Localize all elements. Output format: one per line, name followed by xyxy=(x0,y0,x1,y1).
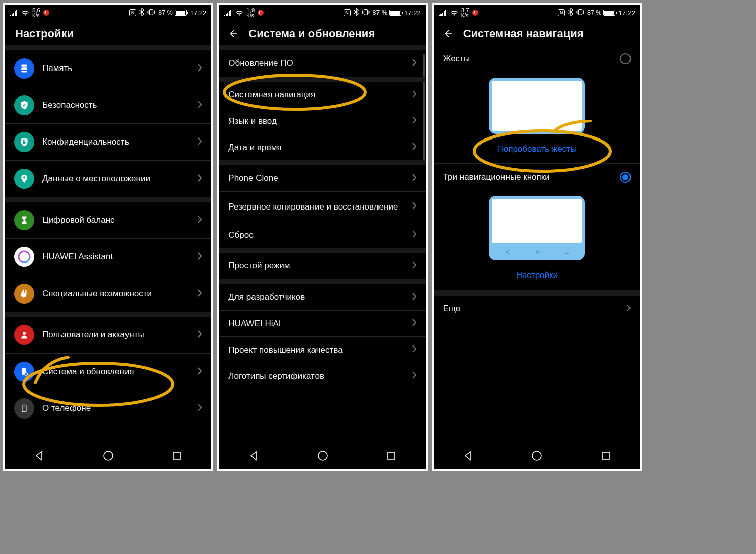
svg-rect-1 xyxy=(21,65,27,67)
nav-recents-button[interactable] xyxy=(599,449,612,462)
wifi-icon xyxy=(235,10,243,16)
row-label: Конфиденциальность xyxy=(42,137,190,147)
row-simple-mode[interactable]: Простой режим xyxy=(219,253,425,279)
net-speed: 1,9K/s xyxy=(246,8,255,18)
notif-dot-icon xyxy=(472,10,478,16)
svg-point-5 xyxy=(23,176,25,178)
chevron-right-icon xyxy=(412,230,417,240)
row-label: Логотипы сертификатов xyxy=(228,371,404,381)
row-software-update[interactable]: Обновление ПО xyxy=(219,50,425,77)
svg-rect-4 xyxy=(23,141,26,144)
nav-home-button[interactable] xyxy=(102,449,115,462)
svg-rect-21 xyxy=(578,9,582,15)
chevron-right-icon xyxy=(412,371,417,381)
clock: 17:22 xyxy=(618,9,635,17)
chevron-right-icon xyxy=(198,367,202,377)
svg-point-23 xyxy=(532,451,541,460)
group-dev: Для разработчиков HUAWEI HiAI Проект пов… xyxy=(219,279,425,389)
settings-link[interactable]: Настройки xyxy=(516,270,558,280)
back-button[interactable] xyxy=(228,28,239,39)
nav-back-button[interactable] xyxy=(462,449,475,462)
row-label: Специальные возможности xyxy=(42,289,190,299)
mock-back-icon: ◁ xyxy=(505,248,510,255)
row-label: Система и обновления xyxy=(42,367,190,377)
nav-recents-button[interactable] xyxy=(385,449,398,462)
status-bar: 1,9K/s N 87 % 17:22 xyxy=(219,5,425,20)
nav-back-button[interactable] xyxy=(247,449,261,462)
nav-recents-button[interactable] xyxy=(170,449,183,462)
row-digital-balance[interactable]: Цифровой баланс xyxy=(5,202,211,238)
svg-point-11 xyxy=(26,374,27,375)
row-label: Цифровой баланс xyxy=(42,215,190,225)
row-security[interactable]: Безопасность xyxy=(5,87,211,123)
row-backup-restore[interactable]: Резервное копирование и восстановление xyxy=(219,191,425,222)
clock: 17:22 xyxy=(190,9,207,17)
row-cert-logos[interactable]: Логотипы сертификатов xyxy=(219,363,425,389)
page-title: Системная навигация xyxy=(463,27,584,40)
status-bar: 5,6K/s N 87 % 17:22 xyxy=(5,5,211,20)
cell-signal-icon xyxy=(224,10,232,16)
section-gap xyxy=(434,290,640,296)
radio-three-buttons[interactable] xyxy=(620,172,631,183)
vibrate-icon xyxy=(147,9,155,17)
option-three-row[interactable]: Три навигационные кнопки xyxy=(434,164,640,191)
screenshot-system-updates: 1,9K/s N 87 % 17:22 Система и обновления… xyxy=(217,3,427,471)
row-hiai[interactable]: HUAWEI HiAI xyxy=(219,310,425,336)
row-label: Пользователи и аккаунты xyxy=(42,330,190,340)
net-speed: 3,7K/s xyxy=(461,8,469,18)
chevron-right-icon xyxy=(198,330,202,340)
chevron-right-icon xyxy=(412,90,417,100)
try-gestures-link[interactable]: Попробовать жесты xyxy=(497,144,577,154)
chevron-right-icon xyxy=(412,116,417,126)
row-storage[interactable]: Память xyxy=(5,50,211,87)
option-gestures: Жесты Попробовать жесты xyxy=(434,45,640,163)
svg-rect-16 xyxy=(173,452,180,459)
svg-rect-0 xyxy=(150,9,153,15)
battery-indicator: 87 % xyxy=(158,9,187,16)
row-developer[interactable]: Для разработчиков xyxy=(219,284,425,310)
radio-gestures[interactable] xyxy=(620,53,631,64)
row-system-updates[interactable]: Система и обновления xyxy=(5,353,211,390)
nav-home-button[interactable] xyxy=(316,449,329,462)
row-label: Резервное копирование и восстановление xyxy=(228,202,404,212)
row-quality-project[interactable]: Проект повышения качества xyxy=(219,336,425,363)
chevron-right-icon xyxy=(198,252,202,262)
svg-point-15 xyxy=(104,451,113,460)
row-privacy[interactable]: Конфиденциальность xyxy=(5,123,211,160)
phone-gear-icon xyxy=(14,362,34,382)
row-label: Обновление ПО xyxy=(228,58,404,68)
row-reset[interactable]: Сброс xyxy=(219,222,425,248)
row-label: Системная навигация xyxy=(228,90,404,100)
pin-icon xyxy=(14,169,34,189)
nav-home-button[interactable] xyxy=(530,449,543,462)
row-label: Данные о местоположении xyxy=(42,174,190,184)
navbar xyxy=(434,442,640,469)
row-huawei-assistant[interactable]: HUAWEI Assistant xyxy=(5,238,211,275)
chevron-right-icon xyxy=(198,137,202,147)
chevron-right-icon xyxy=(412,202,417,212)
back-button[interactable] xyxy=(443,28,454,39)
chevron-right-icon xyxy=(412,59,417,68)
row-label: О телефоне xyxy=(42,403,190,413)
row-users-accounts[interactable]: Пользователи и аккаунты xyxy=(5,317,211,353)
navbar xyxy=(219,442,425,469)
group-wellbeing: Цифровой баланс HUAWEI Assistant Специал… xyxy=(5,197,211,312)
row-phone-clone[interactable]: Phone Clone xyxy=(219,165,425,191)
row-more[interactable]: Еще xyxy=(434,296,640,322)
nfc-icon: N xyxy=(344,9,351,16)
row-location[interactable]: Данные о местоположении xyxy=(5,160,211,197)
row-accessibility[interactable]: Специальные возможности xyxy=(5,275,211,312)
row-date-time[interactable]: Дата и время xyxy=(219,134,425,160)
option-label: Жесты xyxy=(443,54,470,64)
shield-check-icon xyxy=(14,95,34,115)
nav-back-button[interactable] xyxy=(33,449,46,462)
chevron-right-icon xyxy=(198,289,202,299)
row-system-navigation[interactable]: Системная навигация xyxy=(219,82,425,108)
row-about-phone[interactable]: О телефоне xyxy=(5,390,211,427)
row-language-input[interactable]: Язык и ввод xyxy=(219,108,425,134)
row-label: Сброс xyxy=(228,230,404,240)
mock-recents-icon: □ xyxy=(565,248,569,255)
chevron-right-icon xyxy=(412,174,417,183)
option-gestures-row[interactable]: Жесты xyxy=(434,45,640,73)
bluetooth-icon xyxy=(354,8,359,17)
